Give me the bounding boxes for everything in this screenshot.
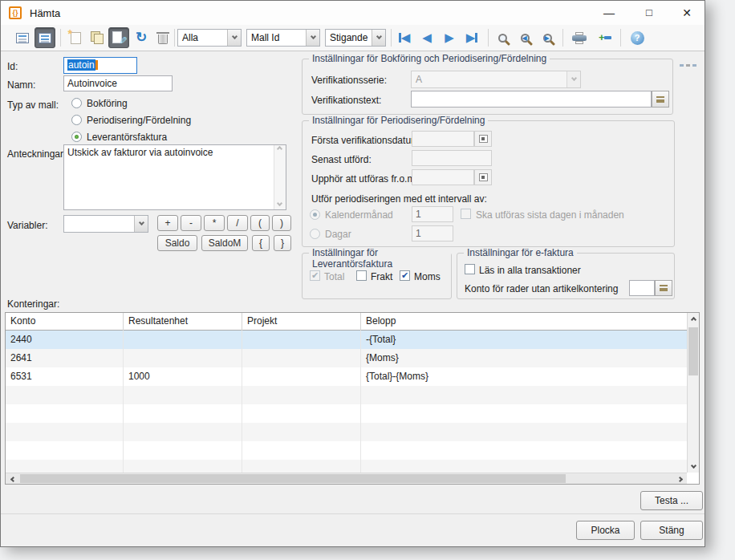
minimize-button[interactable]: — bbox=[591, 1, 627, 25]
op-divide-button[interactable]: / bbox=[227, 215, 248, 231]
plocka-button[interactable]: Plocka bbox=[576, 521, 635, 540]
search-previous-button[interactable]: ◀ bbox=[514, 27, 535, 48]
print-button[interactable] bbox=[569, 27, 590, 48]
new-template-button[interactable]: * bbox=[65, 27, 86, 48]
radio-periodisering-label[interactable]: Periodisering/Fördelning bbox=[87, 115, 191, 126]
help-button[interactable]: ? bbox=[627, 27, 648, 48]
notes-textarea[interactable]: Utskick av fakturor via autoinvoice bbox=[63, 144, 286, 210]
verifikationstext-input[interactable] bbox=[411, 91, 652, 108]
cell-resultatenhet[interactable] bbox=[124, 331, 242, 349]
detail-view-button[interactable] bbox=[35, 27, 55, 48]
table-row[interactable]: 2641 {Moms} bbox=[6, 349, 687, 367]
table-row[interactable]: 2440 -{Total} bbox=[6, 331, 687, 349]
scrollbar-thumb[interactable] bbox=[20, 474, 566, 483]
cell-konto[interactable]: 2641 bbox=[6, 349, 124, 367]
column-header-resultatenhet[interactable]: Resultatenhet bbox=[124, 313, 242, 331]
first-record-button[interactable]: ◀ bbox=[394, 27, 415, 48]
list-icon bbox=[656, 96, 664, 103]
cell-projekt[interactable] bbox=[242, 331, 361, 349]
table-vertical-scrollbar[interactable] bbox=[687, 313, 699, 473]
konto-rader-input[interactable] bbox=[629, 280, 655, 296]
op-plus-button[interactable]: + bbox=[157, 215, 178, 231]
close-brace-button[interactable]: } bbox=[274, 235, 291, 251]
copy-template-button[interactable] bbox=[87, 27, 108, 48]
close-button[interactable]: ✕ bbox=[669, 1, 705, 25]
edit-template-button[interactable]: ✎ bbox=[108, 27, 129, 48]
more-indicator[interactable] bbox=[680, 64, 696, 67]
first-date-input bbox=[412, 131, 474, 147]
op-close-paren-button[interactable]: ) bbox=[272, 215, 291, 231]
column-header-konto[interactable]: Konto bbox=[6, 313, 124, 331]
saldom-button[interactable]: SaldoM bbox=[201, 235, 248, 251]
next-record-button[interactable]: ▶ bbox=[439, 27, 460, 48]
radio-leverantorsfaktura-label[interactable]: Leverantörsfaktura bbox=[87, 132, 167, 143]
column-header-belopp[interactable]: Belopp bbox=[361, 313, 687, 331]
cell-belopp[interactable]: {Moms} bbox=[361, 349, 687, 367]
search-next-button[interactable]: ▶ bbox=[537, 27, 558, 48]
refresh-button[interactable]: ↻ bbox=[131, 27, 152, 48]
sort-order-dropdown[interactable]: Stigande bbox=[325, 29, 386, 47]
notes-scrollbar[interactable] bbox=[274, 145, 286, 209]
chevron-down-icon[interactable] bbox=[227, 30, 241, 46]
op-minus-button[interactable]: - bbox=[181, 215, 201, 231]
list-view-button[interactable] bbox=[12, 27, 33, 48]
name-input[interactable]: Autoinvoice bbox=[63, 75, 173, 91]
cell-konto[interactable]: 6531 bbox=[6, 367, 124, 386]
open-brace-button[interactable]: { bbox=[252, 235, 270, 251]
testa-button[interactable]: Testa ... bbox=[640, 491, 703, 510]
chevron-down-icon[interactable] bbox=[134, 216, 148, 232]
table-horizontal-scrollbar[interactable] bbox=[6, 473, 687, 484]
table-row-empty[interactable] bbox=[6, 441, 687, 460]
search-button[interactable] bbox=[492, 27, 513, 48]
scroll-down-button[interactable] bbox=[688, 461, 700, 473]
cell-resultatenhet[interactable]: 1000 bbox=[124, 367, 242, 386]
konto-rader-list-button[interactable] bbox=[655, 280, 672, 296]
radio-leverantorsfaktura[interactable] bbox=[71, 132, 82, 142]
id-input[interactable]: autoin bbox=[63, 57, 137, 74]
delete-button[interactable] bbox=[152, 27, 173, 48]
op-multiply-button[interactable]: * bbox=[204, 215, 225, 231]
radio-periodisering[interactable] bbox=[71, 115, 82, 125]
dagar-value-input: 1 bbox=[412, 225, 453, 241]
radio-bokforing-label[interactable]: Bokföring bbox=[87, 98, 128, 109]
last-record-button[interactable]: ▶ bbox=[461, 27, 482, 48]
maximize-button[interactable]: □ bbox=[631, 1, 667, 25]
table-row-empty[interactable] bbox=[6, 386, 687, 404]
first-date-calendar-button bbox=[474, 131, 492, 147]
op-open-paren-button[interactable]: ( bbox=[250, 215, 270, 231]
verifikationstext-list-button[interactable] bbox=[652, 91, 669, 108]
column-header-projekt[interactable]: Projekt bbox=[242, 313, 361, 331]
cell-projekt[interactable] bbox=[242, 367, 361, 386]
cell-belopp[interactable]: -{Total} bbox=[361, 331, 687, 349]
scroll-right-button[interactable] bbox=[675, 473, 687, 485]
scroll-up-button[interactable] bbox=[688, 313, 700, 324]
cell-konto[interactable]: 2440 bbox=[6, 331, 124, 349]
stang-button[interactable]: Stäng bbox=[640, 521, 703, 540]
sort-field-dropdown[interactable]: Mall Id bbox=[246, 29, 320, 47]
variables-dropdown[interactable] bbox=[63, 215, 148, 233]
table-row[interactable]: 6531 1000 {Total}-{Moms} bbox=[6, 367, 687, 386]
cell-projekt[interactable] bbox=[242, 349, 361, 367]
table-row-empty[interactable] bbox=[6, 423, 687, 441]
read-all-transactions-checkbox[interactable] bbox=[465, 264, 475, 274]
filter-dropdown[interactable]: Alla bbox=[177, 29, 242, 47]
table-row-empty[interactable] bbox=[6, 404, 687, 423]
insert-column-button[interactable]: + bbox=[595, 27, 615, 48]
radio-bokforing[interactable] bbox=[71, 98, 82, 108]
saldo-button[interactable]: Saldo bbox=[157, 235, 197, 251]
cell-belopp[interactable]: {Total}-{Moms} bbox=[361, 367, 687, 386]
group-title: Inställningar för e-faktura bbox=[464, 247, 577, 258]
table-row-empty[interactable] bbox=[6, 460, 687, 473]
chevron-down-icon[interactable] bbox=[372, 30, 385, 46]
scrollbar-thumb[interactable] bbox=[688, 327, 698, 375]
frakt-checkbox[interactable] bbox=[356, 270, 367, 281]
moms-checkbox[interactable]: ✔ bbox=[400, 270, 410, 281]
previous-record-button[interactable]: ◀ bbox=[416, 27, 437, 48]
frakt-checkbox-label[interactable]: Frakt bbox=[371, 271, 392, 282]
read-all-transactions-label[interactable]: Läs in alla transaktioner bbox=[479, 265, 581, 276]
cell-resultatenhet[interactable] bbox=[124, 349, 242, 367]
chevron-down-icon[interactable] bbox=[306, 30, 319, 46]
scroll-left-button[interactable] bbox=[6, 473, 18, 485]
id-label: Id: bbox=[7, 61, 18, 72]
moms-checkbox-label[interactable]: Moms bbox=[414, 271, 441, 282]
